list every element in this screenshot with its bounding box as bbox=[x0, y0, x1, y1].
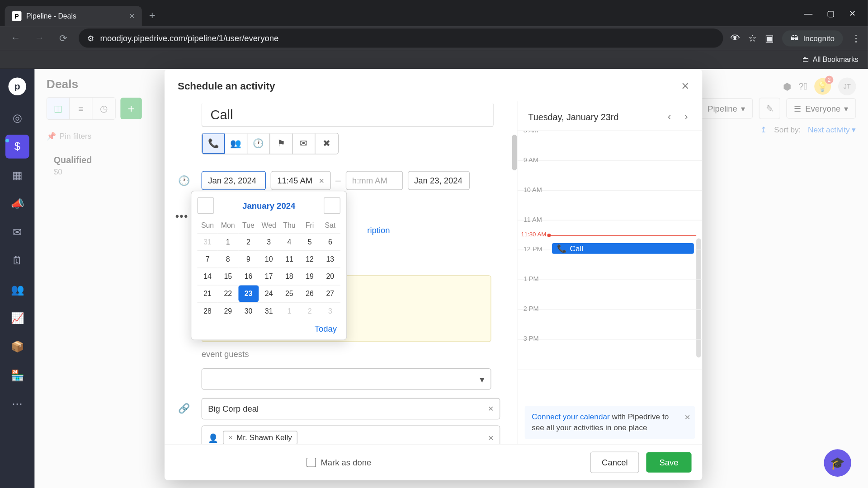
sidebar-item-products[interactable]: 📦 bbox=[5, 335, 29, 359]
calendar-day[interactable]: 4 bbox=[279, 233, 299, 250]
calendar-day[interactable]: 18 bbox=[279, 267, 299, 285]
calendar-day[interactable]: 12 bbox=[299, 250, 320, 267]
calendar-day[interactable]: 14 bbox=[197, 267, 217, 285]
clear-person-icon[interactable]: × bbox=[488, 432, 493, 443]
linked-deal-input[interactable]: Big Corp deal × bbox=[202, 398, 500, 419]
minimize-icon[interactable]: — bbox=[804, 8, 812, 18]
calendar-month-label[interactable]: January 2024 bbox=[242, 201, 295, 210]
scrollbar-thumb[interactable] bbox=[512, 135, 517, 170]
calendar-day[interactable]: 26 bbox=[299, 285, 320, 302]
sidebar-item-marketplace[interactable]: 🏪 bbox=[5, 363, 29, 387]
type-call-button[interactable]: 📞 bbox=[202, 133, 225, 154]
calendar-day[interactable]: 24 bbox=[259, 285, 279, 302]
sidebar-item-contacts[interactable]: 👥 bbox=[5, 277, 29, 301]
reload-button[interactable]: ⟳ bbox=[55, 30, 71, 47]
calendar-day[interactable]: 21 bbox=[197, 285, 217, 302]
type-deadline-button[interactable]: ⚑ bbox=[270, 133, 292, 154]
more-options-icon[interactable]: ••• bbox=[175, 210, 189, 223]
hour-row[interactable]: 9 AM bbox=[518, 161, 703, 191]
mark-done-input[interactable] bbox=[307, 458, 316, 467]
dismiss-tip-icon[interactable]: × bbox=[685, 410, 690, 424]
end-date-input[interactable]: Jan 23, 2024 bbox=[407, 171, 469, 190]
clear-time-icon[interactable]: × bbox=[316, 175, 326, 185]
calendar-day[interactable]: 23 bbox=[238, 285, 259, 302]
clear-deal-icon[interactable]: × bbox=[488, 404, 493, 414]
calendar-day[interactable]: 2 bbox=[299, 302, 320, 319]
url-input[interactable]: ⚙ moodjoy.pipedrive.com/pipeline/1/user/… bbox=[79, 28, 723, 47]
hour-row[interactable]: 8 AM bbox=[518, 131, 703, 161]
close-icon[interactable]: × bbox=[681, 79, 689, 94]
sidebar-item-projects[interactable]: ▦ bbox=[5, 163, 29, 187]
next-month-button[interactable] bbox=[324, 197, 340, 214]
hour-row[interactable]: 12 PM bbox=[518, 250, 703, 280]
calendar-day[interactable]: 6 bbox=[320, 233, 340, 250]
calendar-day[interactable]: 3 bbox=[320, 302, 340, 319]
browser-tab[interactable]: P Pipeline - Deals × bbox=[5, 6, 142, 26]
mark-done-checkbox[interactable]: Mark as done bbox=[307, 458, 372, 467]
next-day-button[interactable]: › bbox=[681, 110, 692, 125]
calendar-day[interactable]: 7 bbox=[197, 250, 217, 267]
site-settings-icon[interactable]: ⚙ bbox=[87, 34, 94, 43]
hour-row[interactable]: 3 PM bbox=[518, 340, 703, 370]
calendar-day[interactable]: 8 bbox=[218, 250, 238, 267]
visibility-off-icon[interactable]: 👁 bbox=[731, 33, 740, 44]
start-date-input[interactable]: Jan 23, 2024 bbox=[202, 171, 266, 190]
calendar-day[interactable]: 17 bbox=[259, 267, 279, 285]
calendar-day[interactable]: 1 bbox=[218, 233, 238, 250]
remove-person-icon[interactable]: × bbox=[228, 433, 233, 442]
prev-day-button[interactable]: ‹ bbox=[664, 110, 675, 125]
calendar-day[interactable]: 25 bbox=[279, 285, 299, 302]
day-grid[interactable]: 8 AM9 AM10 AM11 AM12 PM1 PM2 PM3 PM11:30… bbox=[518, 131, 703, 401]
end-time-input[interactable]: h:mm AM bbox=[345, 171, 403, 190]
calendar-day[interactable]: 13 bbox=[320, 250, 340, 267]
sidebar-item-more[interactable]: ⋯ bbox=[5, 392, 29, 416]
hour-row[interactable]: 1 PM bbox=[518, 280, 703, 310]
calendar-day[interactable]: 31 bbox=[259, 302, 279, 319]
free-busy-dropdown[interactable]: ▾ bbox=[202, 368, 491, 389]
type-meeting-button[interactable]: 👥 bbox=[225, 133, 247, 154]
sidebar-item-activities[interactable]: 🗓 bbox=[5, 249, 29, 273]
calendar-day[interactable]: 28 bbox=[197, 302, 217, 319]
sidebar-item-campaigns[interactable]: 📣 bbox=[5, 192, 29, 216]
calendar-day[interactable]: 15 bbox=[218, 267, 238, 285]
hour-row[interactable]: 10 AM bbox=[518, 191, 703, 221]
calendar-day[interactable]: 27 bbox=[320, 285, 340, 302]
activity-subject-input[interactable]: Call bbox=[202, 103, 494, 127]
hour-row[interactable]: 2 PM bbox=[518, 310, 703, 340]
browser-menu-icon[interactable]: ⋮ bbox=[851, 33, 861, 44]
calendar-day[interactable]: 11 bbox=[279, 250, 299, 267]
maximize-icon[interactable]: ▢ bbox=[827, 8, 835, 18]
calendar-day[interactable]: 10 bbox=[259, 250, 279, 267]
guests-placeholder[interactable]: event guests bbox=[202, 349, 249, 359]
panel-icon[interactable]: ▣ bbox=[765, 33, 774, 44]
prev-month-button[interactable] bbox=[197, 197, 214, 214]
calendar-day[interactable]: 30 bbox=[238, 302, 259, 319]
type-email-button[interactable]: ✉ bbox=[292, 133, 315, 154]
back-button[interactable]: ← bbox=[7, 30, 24, 47]
calendar-day[interactable]: 9 bbox=[238, 250, 259, 267]
calendar-day[interactable]: 5 bbox=[299, 233, 320, 250]
cancel-button[interactable]: Cancel bbox=[590, 451, 639, 473]
help-fab[interactable]: 🎓 bbox=[824, 449, 851, 477]
close-window-icon[interactable]: ✕ bbox=[849, 8, 856, 18]
calendar-day[interactable]: 16 bbox=[238, 267, 259, 285]
save-button[interactable]: Save bbox=[646, 452, 691, 473]
linked-person-input[interactable]: 👤 × Mr. Shawn Kelly × bbox=[202, 425, 500, 444]
today-button[interactable]: Today bbox=[197, 319, 340, 335]
bookmark-star-icon[interactable]: ☆ bbox=[748, 33, 756, 44]
calendar-event[interactable]: 📞Call bbox=[552, 243, 694, 254]
connect-calendar-link[interactable]: Connect your calendar bbox=[532, 412, 609, 421]
calendar-day[interactable]: 2 bbox=[238, 233, 259, 250]
start-time-input[interactable]: 11:45 AM bbox=[277, 172, 316, 190]
calendar-day[interactable]: 20 bbox=[320, 267, 340, 285]
calendar-day[interactable]: 29 bbox=[218, 302, 238, 319]
calendar-day[interactable]: 31 bbox=[197, 233, 217, 250]
calendar-day[interactable]: 22 bbox=[218, 285, 238, 302]
sidebar-item-mail[interactable]: ✉ bbox=[5, 221, 29, 244]
sidebar-item-leads[interactable]: ◎ bbox=[5, 106, 29, 130]
person-chip[interactable]: × Mr. Shawn Kelly bbox=[223, 431, 297, 444]
sidebar-item-deals[interactable]: $ bbox=[5, 135, 29, 159]
sidebar-item-insights[interactable]: 📈 bbox=[5, 306, 29, 330]
calendar-day[interactable]: 1 bbox=[279, 302, 299, 319]
add-description-link[interactable]: ription bbox=[367, 225, 390, 235]
